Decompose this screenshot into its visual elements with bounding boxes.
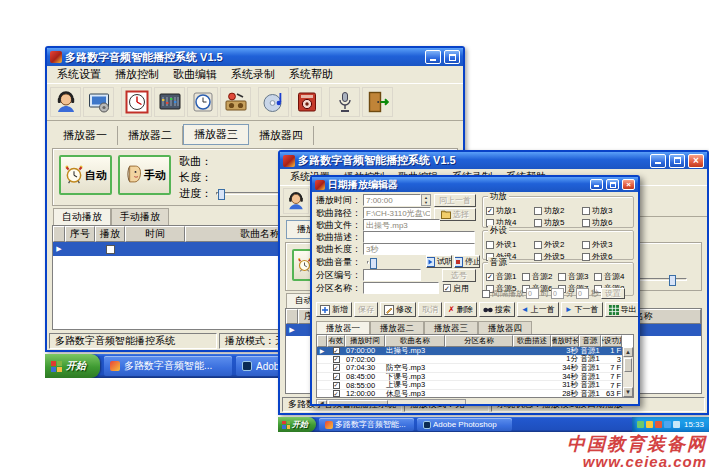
checkbox-功放1[interactable]: ✓功放1 xyxy=(486,205,534,216)
scroll-down-icon[interactable]: ▼ xyxy=(623,387,633,397)
task-button-1[interactable]: 多路数字音频智能... xyxy=(319,418,414,431)
interval-checkbox[interactable]: 间隔播放 xyxy=(482,288,524,299)
action-delete-button[interactable]: ✗删除 xyxy=(444,302,477,317)
schedule-header-4[interactable]: 分区名称 xyxy=(445,335,513,347)
checkbox-外设6[interactable]: 外设6 xyxy=(582,251,630,262)
tab-player-1[interactable]: 播放器一 xyxy=(53,126,118,145)
valid-checkbox[interactable]: ✓ xyxy=(333,356,340,363)
playlist-header-0[interactable] xyxy=(53,226,65,242)
playlist-header-0[interactable] xyxy=(286,309,298,324)
dialog-minimize-button[interactable] xyxy=(590,179,603,190)
checkbox-音源1[interactable]: ✓音源1 xyxy=(486,271,522,282)
toolbar-clock-icon[interactable] xyxy=(121,87,152,117)
auto-button[interactable]: 自动 xyxy=(59,155,112,195)
dialog-maximize-button[interactable] xyxy=(606,179,619,190)
menu-item-2[interactable]: 播放控制 xyxy=(108,66,166,83)
interval-hour-spinner[interactable]: 0 xyxy=(526,288,539,299)
volume-thumb[interactable] xyxy=(669,275,676,286)
scroll-left-icon[interactable]: ◄ xyxy=(317,400,327,404)
schedule-header-8[interactable]: 外设功放 xyxy=(601,335,622,347)
play-checkbox[interactable] xyxy=(106,245,115,254)
checkbox-功放5[interactable]: 功放5 xyxy=(534,217,582,228)
menu-item-5[interactable]: 系统帮助 xyxy=(282,66,340,83)
task-button-1[interactable]: 多路数字音频智能... xyxy=(104,356,232,376)
scroll-thumb[interactable] xyxy=(624,358,632,372)
schedule-header-5[interactable]: 歌曲描述 xyxy=(513,335,551,347)
message-icon[interactable] xyxy=(673,421,680,428)
tab-player-4[interactable]: 播放器四 xyxy=(249,126,314,145)
same-as-prev-button[interactable]: 同上一首 xyxy=(434,194,476,207)
dialog-close-button[interactable]: × xyxy=(622,179,635,190)
valid-checkbox[interactable]: ✓ xyxy=(333,382,340,389)
close-button[interactable]: × xyxy=(688,154,704,168)
toolbar-cd-icon[interactable] xyxy=(258,87,289,117)
song-desc-input[interactable] xyxy=(363,231,475,243)
window-titlebar[interactable]: 多路数字音频智能播控系统 V1.5× xyxy=(280,152,707,169)
menu-item-3[interactable]: 歌曲编辑 xyxy=(166,66,224,83)
checkbox-功放2[interactable]: 功放2 xyxy=(534,205,582,216)
song-path-input[interactable]: F:\CH-3110光盘\CH-3110音乐库\ xyxy=(363,207,431,219)
playlist-header-3[interactable]: 时间 xyxy=(125,226,185,242)
checkbox-外设1[interactable]: 外设1 xyxy=(486,239,534,250)
maximize-button[interactable] xyxy=(669,154,685,168)
playlist-header-1[interactable]: 序号 xyxy=(65,226,95,242)
toolbar-operator-icon[interactable] xyxy=(50,87,81,117)
menu-item-4[interactable]: 系统录制 xyxy=(224,66,282,83)
action-edit-button[interactable]: 修改 xyxy=(380,302,416,317)
shield-icon[interactable] xyxy=(655,421,662,428)
checkbox-功放6[interactable]: 功放6 xyxy=(582,217,630,228)
action-next-button[interactable]: ►下一首 xyxy=(561,302,603,317)
network-icon[interactable] xyxy=(637,421,644,428)
checkbox-功放3[interactable]: 功放3 xyxy=(582,205,630,216)
zone-name-input[interactable] xyxy=(363,282,439,294)
toolbar-record-icon[interactable] xyxy=(220,87,251,117)
valid-checkbox[interactable]: ✓ xyxy=(333,347,340,354)
tab-player-3[interactable]: 播放器三 xyxy=(183,124,249,145)
song-length-input[interactable]: 3秒 xyxy=(363,243,475,255)
toolbar-setup-icon[interactable] xyxy=(83,87,114,117)
checkbox-音源2[interactable]: 音源2 xyxy=(522,271,558,282)
play-time-input[interactable]: 7:00:00 xyxy=(363,194,421,206)
action-prev-button[interactable]: ◄上一首 xyxy=(517,302,559,317)
update-icon[interactable] xyxy=(664,421,671,428)
minimize-button[interactable] xyxy=(650,154,666,168)
interval-set-button[interactable]: 设置 xyxy=(601,288,625,299)
interval-second-spinner[interactable]: 0 xyxy=(576,288,589,299)
valid-checkbox[interactable]: ✓ xyxy=(333,364,340,371)
volume-icon[interactable] xyxy=(646,421,653,428)
minimize-button[interactable] xyxy=(425,50,441,64)
dialog-titlebar[interactable]: 日期播放编辑器 × xyxy=(312,177,638,192)
task-button-2[interactable]: Adobe Photoshop xyxy=(417,418,512,431)
start-button[interactable]: 开始 xyxy=(45,354,100,378)
schedule-row[interactable]: ✓12:00:00休息号.mp328秒音源163 F xyxy=(317,390,633,398)
zone-pick-button[interactable]: 选号 xyxy=(442,269,476,282)
playlist-header-2[interactable]: 播放 xyxy=(95,226,125,242)
toolbar-mixer-icon[interactable] xyxy=(154,87,185,117)
stop-button[interactable]: 停止 xyxy=(454,255,480,268)
subtab-2[interactable]: 手动播放 xyxy=(111,208,169,225)
action-button-2-button[interactable]: 保存 xyxy=(354,302,378,317)
checkbox-音源4[interactable]: 音源4 xyxy=(594,271,630,282)
checkbox-外设3[interactable]: 外设3 xyxy=(582,239,630,250)
valid-checkbox[interactable]: ✓ xyxy=(333,373,340,380)
choose-file-button[interactable]: 选择 xyxy=(434,208,476,221)
manual-button[interactable]: 手动 xyxy=(118,155,171,195)
valid-checkbox[interactable]: ✓ xyxy=(333,390,340,397)
vertical-scrollbar[interactable]: ▲▼ xyxy=(622,347,633,397)
action-button-4-button[interactable]: 取消 xyxy=(418,302,442,317)
song-file-input[interactable]: 出操号.mp3 xyxy=(363,219,440,231)
menu-item-1[interactable]: 系统设置 xyxy=(50,66,108,83)
checkbox-外设2[interactable]: 外设2 xyxy=(534,239,582,250)
tab-player-2[interactable]: 播放器二 xyxy=(118,126,183,145)
play-time-spinner[interactable]: ▲▼ xyxy=(421,194,431,206)
schedule-header-1[interactable]: 有效 xyxy=(327,335,345,347)
schedule-header-2[interactable]: 播放时间 xyxy=(345,335,385,347)
toolbar-exit-icon[interactable] xyxy=(362,87,393,117)
scroll-up-icon[interactable]: ▲ xyxy=(623,347,633,357)
horizontal-scrollbar[interactable]: ◄ xyxy=(316,399,466,404)
song-volume-slider[interactable] xyxy=(367,261,369,264)
toolbar-mic-icon[interactable] xyxy=(329,87,360,117)
start-button[interactable]: 开始 xyxy=(278,417,316,432)
action-add-button[interactable]: 新增 xyxy=(316,302,352,317)
zone-no-input[interactable] xyxy=(363,269,421,281)
